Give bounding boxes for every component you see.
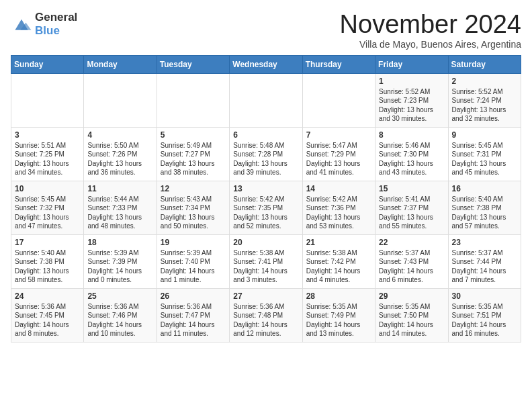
weekday-header: Wednesday (230, 55, 302, 73)
header: General Blue November 2024 Villa de Mayo… (11, 11, 521, 50)
day-info: Sunrise: 5:44 AM Sunset: 7:33 PM Dayligh… (87, 195, 152, 231)
calendar-cell: 9Sunrise: 5:45 AM Sunset: 7:31 PM Daylig… (448, 127, 521, 181)
day-number: 15 (379, 184, 444, 193)
day-info: Sunrise: 5:46 AM Sunset: 7:30 PM Dayligh… (379, 141, 444, 177)
day-info: Sunrise: 5:37 AM Sunset: 7:43 PM Dayligh… (379, 248, 444, 285)
calendar-cell: 30Sunrise: 5:35 AM Sunset: 7:51 PM Dayli… (448, 288, 521, 342)
day-info: Sunrise: 5:45 AM Sunset: 7:31 PM Dayligh… (452, 141, 517, 177)
calendar-cell: 16Sunrise: 5:40 AM Sunset: 7:38 PM Dayli… (448, 181, 521, 234)
logo-blue: Blue (35, 24, 60, 37)
weekday-header: Sunday (11, 55, 84, 73)
day-number: 12 (161, 184, 226, 193)
day-number: 27 (233, 291, 298, 301)
calendar-cell: 8Sunrise: 5:46 AM Sunset: 7:30 PM Daylig… (375, 127, 448, 181)
day-info: Sunrise: 5:37 AM Sunset: 7:44 PM Dayligh… (452, 248, 517, 285)
calendar-cell: 26Sunrise: 5:36 AM Sunset: 7:47 PM Dayli… (157, 288, 229, 342)
day-info: Sunrise: 5:35 AM Sunset: 7:49 PM Dayligh… (306, 302, 371, 338)
calendar-cell (302, 73, 375, 127)
calendar-cell: 14Sunrise: 5:42 AM Sunset: 7:36 PM Dayli… (302, 181, 375, 234)
calendar-cell: 1Sunrise: 5:52 AM Sunset: 7:23 PM Daylig… (375, 73, 448, 127)
calendar-cell: 22Sunrise: 5:37 AM Sunset: 7:43 PM Dayli… (375, 234, 448, 288)
calendar-cell (230, 73, 302, 127)
day-info: Sunrise: 5:49 AM Sunset: 7:27 PM Dayligh… (161, 141, 226, 177)
day-number: 14 (306, 184, 371, 193)
calendar-cell (84, 73, 157, 127)
calendar-cell: 29Sunrise: 5:35 AM Sunset: 7:50 PM Dayli… (375, 288, 448, 342)
calendar-cell: 6Sunrise: 5:48 AM Sunset: 7:28 PM Daylig… (230, 127, 302, 181)
day-number: 1 (379, 77, 444, 86)
day-info: Sunrise: 5:51 AM Sunset: 7:25 PM Dayligh… (15, 141, 80, 177)
calendar-cell: 24Sunrise: 5:36 AM Sunset: 7:45 PM Dayli… (11, 288, 84, 342)
calendar-cell: 20Sunrise: 5:38 AM Sunset: 7:41 PM Dayli… (230, 234, 302, 288)
day-number: 9 (452, 130, 517, 140)
weekday-header-row: SundayMondayTuesdayWednesdayThursdayFrid… (11, 55, 521, 73)
calendar-cell (157, 73, 229, 127)
calendar-cell (11, 73, 84, 127)
weekday-header: Tuesday (157, 55, 229, 73)
day-number: 16 (452, 184, 517, 193)
day-info: Sunrise: 5:50 AM Sunset: 7:26 PM Dayligh… (87, 141, 152, 177)
day-number: 2 (452, 77, 517, 86)
calendar-cell: 11Sunrise: 5:44 AM Sunset: 7:33 PM Dayli… (84, 181, 157, 234)
weekday-header: Saturday (448, 55, 521, 73)
day-info: Sunrise: 5:39 AM Sunset: 7:39 PM Dayligh… (87, 248, 152, 285)
calendar-cell: 4Sunrise: 5:50 AM Sunset: 7:26 PM Daylig… (84, 127, 157, 181)
day-number: 21 (306, 238, 371, 247)
calendar-cell: 5Sunrise: 5:49 AM Sunset: 7:27 PM Daylig… (157, 127, 229, 181)
day-info: Sunrise: 5:38 AM Sunset: 7:42 PM Dayligh… (306, 248, 371, 285)
day-info: Sunrise: 5:42 AM Sunset: 7:35 PM Dayligh… (233, 195, 298, 231)
day-info: Sunrise: 5:36 AM Sunset: 7:48 PM Dayligh… (233, 302, 298, 338)
day-number: 11 (87, 184, 152, 193)
calendar-week-row: 3Sunrise: 5:51 AM Sunset: 7:25 PM Daylig… (11, 127, 521, 181)
day-info: Sunrise: 5:41 AM Sunset: 7:37 PM Dayligh… (379, 195, 444, 231)
day-number: 30 (452, 291, 517, 301)
calendar-cell: 28Sunrise: 5:35 AM Sunset: 7:49 PM Dayli… (302, 288, 375, 342)
calendar-week-row: 10Sunrise: 5:45 AM Sunset: 7:32 PM Dayli… (11, 181, 521, 234)
day-info: Sunrise: 5:39 AM Sunset: 7:40 PM Dayligh… (161, 248, 226, 285)
day-number: 4 (87, 130, 152, 140)
day-number: 18 (87, 238, 152, 247)
day-info: Sunrise: 5:48 AM Sunset: 7:28 PM Dayligh… (233, 141, 298, 177)
day-info: Sunrise: 5:35 AM Sunset: 7:51 PM Dayligh… (452, 302, 517, 338)
day-number: 25 (87, 291, 152, 301)
day-number: 19 (161, 238, 226, 247)
day-info: Sunrise: 5:36 AM Sunset: 7:47 PM Dayligh… (161, 302, 226, 338)
title-area: November 2024 Villa de Mayo, Buenos Aire… (340, 11, 521, 50)
weekday-header: Thursday (302, 55, 375, 73)
calendar-cell: 17Sunrise: 5:40 AM Sunset: 7:38 PM Dayli… (11, 234, 84, 288)
day-number: 22 (379, 238, 444, 247)
day-info: Sunrise: 5:42 AM Sunset: 7:36 PM Dayligh… (306, 195, 371, 231)
day-info: Sunrise: 5:52 AM Sunset: 7:24 PM Dayligh… (452, 87, 517, 124)
day-number: 28 (306, 291, 371, 301)
calendar-cell: 19Sunrise: 5:39 AM Sunset: 7:40 PM Dayli… (157, 234, 229, 288)
location-subtitle: Villa de Mayo, Buenos Aires, Argentina (340, 39, 521, 50)
day-number: 8 (379, 130, 444, 140)
day-info: Sunrise: 5:40 AM Sunset: 7:38 PM Dayligh… (15, 248, 80, 285)
day-info: Sunrise: 5:40 AM Sunset: 7:38 PM Dayligh… (452, 195, 517, 231)
calendar-cell: 3Sunrise: 5:51 AM Sunset: 7:25 PM Daylig… (11, 127, 84, 181)
day-info: Sunrise: 5:38 AM Sunset: 7:41 PM Dayligh… (233, 248, 298, 285)
day-number: 13 (233, 184, 298, 193)
logo-general: General (35, 11, 77, 24)
weekday-header: Friday (375, 55, 448, 73)
calendar-cell: 27Sunrise: 5:36 AM Sunset: 7:48 PM Dayli… (230, 288, 302, 342)
day-number: 17 (15, 238, 80, 247)
day-info: Sunrise: 5:47 AM Sunset: 7:29 PM Dayligh… (306, 141, 371, 177)
logo: General Blue (11, 11, 77, 38)
calendar-cell: 18Sunrise: 5:39 AM Sunset: 7:39 PM Dayli… (84, 234, 157, 288)
day-number: 6 (233, 130, 298, 140)
calendar-cell: 7Sunrise: 5:47 AM Sunset: 7:29 PM Daylig… (302, 127, 375, 181)
day-number: 7 (306, 130, 371, 140)
calendar-cell: 10Sunrise: 5:45 AM Sunset: 7:32 PM Dayli… (11, 181, 84, 234)
calendar-cell: 12Sunrise: 5:43 AM Sunset: 7:34 PM Dayli… (157, 181, 229, 234)
calendar-week-row: 17Sunrise: 5:40 AM Sunset: 7:38 PM Dayli… (11, 234, 521, 288)
calendar-week-row: 24Sunrise: 5:36 AM Sunset: 7:45 PM Dayli… (11, 288, 521, 342)
day-number: 23 (452, 238, 517, 247)
calendar-cell: 15Sunrise: 5:41 AM Sunset: 7:37 PM Dayli… (375, 181, 448, 234)
day-number: 20 (233, 238, 298, 247)
weekday-header: Monday (84, 55, 157, 73)
day-info: Sunrise: 5:36 AM Sunset: 7:46 PM Dayligh… (87, 302, 152, 338)
day-number: 3 (15, 130, 80, 140)
day-number: 10 (15, 184, 80, 193)
month-title: November 2024 (340, 11, 521, 39)
